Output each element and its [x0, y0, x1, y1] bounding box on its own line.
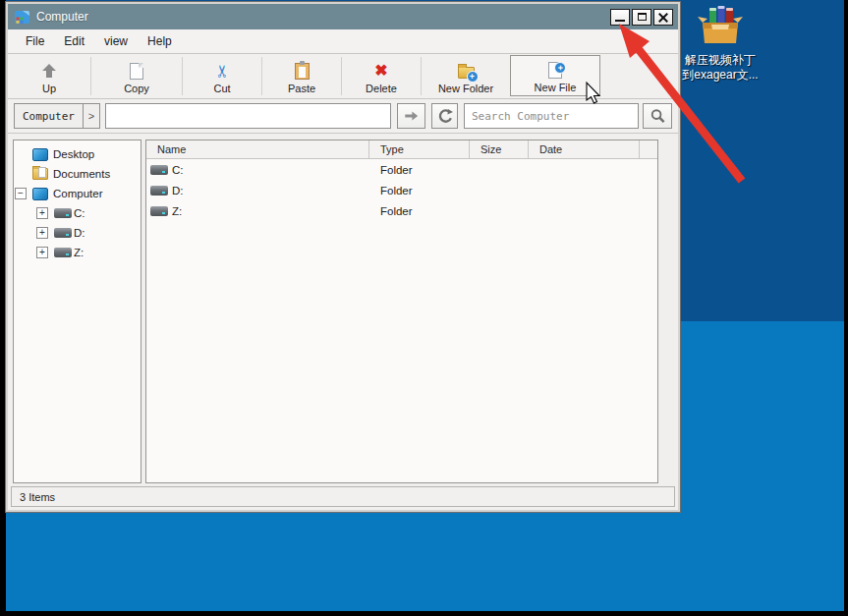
tree-item-drive-c[interactable]: + C: [14, 203, 141, 223]
shortcut-label-line1: 解压视频补丁 [679, 53, 762, 68]
content-area: Desktop Documents − Computer + C: [8, 134, 678, 510]
cut-button[interactable]: ✂ Cut [183, 54, 261, 98]
toolbar: Up Copy ✂ Cut Paste ✖ Delete [8, 54, 678, 99]
file-list-pane: Name Type Size Date C: Folder D: Folder [145, 140, 658, 483]
list-row-drive-d[interactable]: D: Folder [146, 180, 657, 200]
menu-help[interactable]: Help [138, 31, 182, 51]
list-row-drive-z[interactable]: Z: Folder [146, 200, 657, 221]
new-file-icon [548, 59, 562, 81]
app-icon [14, 10, 30, 25]
magnifier-icon [650, 108, 666, 125]
tree-item-drive-z[interactable]: + Z: [14, 243, 141, 262]
documents-folder-icon [32, 168, 48, 180]
drive-icon [54, 228, 72, 238]
expand-expander[interactable]: + [36, 207, 48, 219]
refresh-icon [437, 108, 453, 124]
up-button[interactable]: Up [8, 54, 90, 98]
expand-expander[interactable]: + [36, 247, 48, 258]
computer-icon [32, 188, 48, 200]
location-button[interactable]: Computer [14, 103, 84, 129]
maximize-button[interactable] [632, 9, 651, 26]
scissors-icon: ✂ [215, 60, 229, 82]
refresh-button[interactable] [431, 103, 458, 129]
up-arrow-icon [40, 60, 58, 82]
tree-item-computer[interactable]: − Computer [14, 184, 141, 203]
paste-button[interactable]: Paste [262, 54, 341, 98]
winrar-archive-icon [698, 4, 743, 47]
drive-icon [54, 248, 72, 257]
titlebar[interactable]: Computer [8, 4, 678, 29]
new-file-button[interactable]: New File [510, 55, 600, 96]
expand-expander[interactable]: + [36, 227, 48, 239]
list-row-drive-c[interactable]: C: Folder [146, 159, 657, 180]
paste-icon [295, 60, 310, 82]
window-title: Computer [36, 10, 608, 24]
delete-icon: ✖ [374, 60, 387, 82]
tree-item-drive-d[interactable]: + D: [14, 223, 141, 243]
chevron-right-icon[interactable]: > [84, 103, 100, 129]
new-folder-icon [458, 60, 475, 82]
go-arrow-icon [403, 108, 420, 124]
drive-icon [150, 206, 168, 216]
delete-button[interactable]: ✖ Delete [342, 54, 421, 98]
tree-item-desktop[interactable]: Desktop [14, 144, 141, 164]
minimize-icon [615, 20, 625, 22]
tree-item-documents[interactable]: Documents [14, 164, 141, 184]
collapse-expander[interactable]: − [15, 188, 27, 199]
search-button[interactable] [643, 103, 672, 129]
path-input[interactable] [105, 103, 391, 129]
list-header: Name Type Size Date [146, 140, 657, 159]
drive-icon [150, 165, 168, 175]
close-button[interactable] [653, 9, 673, 26]
copy-icon [130, 60, 143, 82]
shortcut-label-line2: 到exagear文... [679, 68, 762, 83]
statusbar: 3 Items [11, 486, 675, 507]
drive-icon [150, 186, 168, 196]
column-header-date[interactable]: Date [529, 140, 640, 158]
search-input[interactable] [464, 103, 639, 129]
minimize-button[interactable] [610, 9, 630, 26]
menubar: File Edit view Help [8, 29, 678, 54]
drive-icon [54, 208, 72, 218]
menu-file[interactable]: File [16, 31, 54, 51]
folder-tree-pane: Desktop Documents − Computer + C: [13, 140, 141, 483]
item-count: 3 Items [20, 491, 55, 503]
copy-button[interactable]: Copy [91, 54, 182, 98]
maximize-icon [638, 13, 647, 21]
addressbar: Computer > [8, 99, 678, 134]
monitor-icon [32, 148, 48, 161]
column-header-type[interactable]: Type [369, 140, 470, 158]
desktop-shortcut-winrar[interactable]: 解压视频补丁 到exagear文... [679, 4, 762, 83]
screen: 解压视频补丁 到exagear文... Computer File Edit v… [0, 0, 848, 616]
file-manager-window: Computer File Edit view Help Up Copy [6, 2, 680, 512]
menu-view[interactable]: view [94, 31, 138, 51]
column-header-size[interactable]: Size [470, 140, 529, 158]
new-folder-button[interactable]: New Folder [422, 54, 510, 98]
go-button[interactable] [397, 103, 425, 129]
menu-edit[interactable]: Edit [54, 31, 94, 51]
column-header-name[interactable]: Name [146, 140, 369, 158]
